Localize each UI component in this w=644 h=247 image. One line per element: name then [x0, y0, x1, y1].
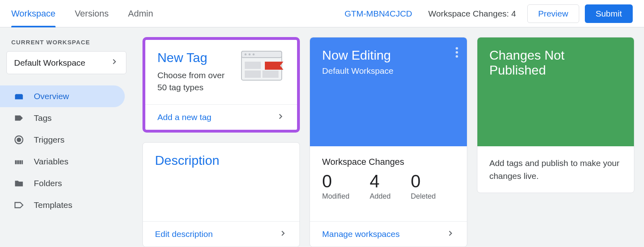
unpublished-body: Add tags and publish to make your change… — [489, 157, 622, 182]
container-id-link[interactable]: GTM-MBN4CJCD — [345, 9, 412, 19]
svg-point-8 — [245, 54, 247, 56]
svg-rect-12 — [245, 71, 261, 78]
workspace-name: Default Workspace — [14, 58, 85, 68]
chevron-right-icon — [276, 112, 285, 122]
overview-icon — [14, 91, 24, 102]
svg-point-9 — [249, 54, 251, 56]
manage-workspaces-link[interactable]: Manage workspaces — [310, 221, 466, 247]
sidebar-item-variables[interactable]: Variables — [0, 151, 125, 172]
workspace-selector[interactable]: Default Workspace — [6, 51, 126, 74]
tab-workspace[interactable]: Workspace — [11, 1, 56, 26]
svg-rect-5 — [22, 160, 23, 164]
sidebar-item-label: Tags — [34, 113, 52, 123]
svg-rect-13 — [262, 71, 279, 78]
sidebar-item-label: Triggers — [34, 135, 64, 145]
svg-point-10 — [253, 54, 255, 56]
sidebar-item-label: Templates — [34, 200, 72, 210]
chevron-right-icon — [110, 57, 119, 68]
now-editing-title: Now Editing — [322, 48, 454, 63]
manage-workspaces-label: Manage workspaces — [322, 229, 400, 239]
description-card: Description Edit description — [142, 142, 300, 247]
sidebar-item-label: Folders — [34, 179, 62, 188]
edit-description-link[interactable]: Edit description — [143, 221, 299, 247]
current-workspace-label: CURRENT WORKSPACE — [11, 39, 133, 46]
sidebar-item-label: Overview — [34, 91, 69, 101]
now-editing-subtitle: Default Workspace — [322, 66, 454, 76]
add-new-tag-link[interactable]: Add a new tag — [145, 104, 297, 130]
svg-point-1 — [17, 138, 21, 142]
chevron-right-icon — [446, 229, 455, 239]
new-tag-subtitle: Choose from over 50 tag types — [157, 69, 233, 94]
edit-description-label: Edit description — [155, 229, 213, 239]
sidebar-item-folders[interactable]: Folders — [0, 172, 125, 194]
svg-rect-4 — [19, 160, 21, 164]
add-new-tag-label: Add a new tag — [157, 112, 211, 122]
workspace-changes-heading: Workspace Changes — [322, 157, 454, 167]
svg-rect-3 — [17, 160, 19, 164]
variable-icon — [14, 156, 24, 167]
trigger-icon — [14, 135, 24, 145]
new-tag-title: New Tag — [157, 50, 233, 65]
tab-versions[interactable]: Versions — [75, 1, 109, 26]
stat-deleted: 0 Deleted — [411, 171, 436, 201]
sidebar-item-templates[interactable]: Templates — [0, 194, 125, 216]
top-bar: Workspace Versions Admin GTM-MBN4CJCD Wo… — [0, 0, 644, 27]
top-tabs: Workspace Versions Admin — [11, 1, 153, 26]
svg-rect-2 — [15, 160, 17, 164]
new-tag-card: New Tag Choose from over 50 tag types Ad… — [142, 37, 300, 133]
stat-added: 4 Added — [369, 171, 390, 201]
browser-tag-icon — [241, 50, 285, 84]
sidebar-item-overview[interactable]: Overview — [0, 85, 125, 107]
description-title: Description — [155, 153, 287, 168]
stat-modified: 0 Modified — [322, 171, 349, 201]
tab-admin[interactable]: Admin — [128, 1, 153, 26]
template-icon — [14, 200, 24, 210]
chevron-right-icon — [279, 229, 287, 239]
main-area: New Tag Choose from over 50 tag types Ad… — [133, 27, 644, 247]
sidebar-item-tags[interactable]: Tags — [0, 107, 125, 129]
workspace-changes-count: Workspace Changes: 4 — [428, 9, 516, 19]
sidebar: CURRENT WORKSPACE Default Workspace Over… — [0, 27, 133, 247]
submit-button[interactable]: Submit — [585, 4, 633, 23]
sidebar-item-label: Variables — [34, 157, 68, 166]
folder-icon — [14, 178, 24, 189]
changes-not-published-card: Changes Not Published Add tags and publi… — [477, 37, 634, 193]
card-menu-button[interactable] — [456, 47, 458, 58]
sidebar-item-triggers[interactable]: Triggers — [0, 129, 125, 151]
svg-rect-11 — [245, 62, 261, 69]
svg-rect-7 — [242, 51, 282, 58]
tag-icon — [14, 113, 24, 123]
preview-button[interactable]: Preview — [527, 4, 579, 23]
unpublished-title: Changes Not Published — [489, 48, 622, 78]
now-editing-card: Now Editing Default Workspace Workspace … — [310, 37, 467, 247]
